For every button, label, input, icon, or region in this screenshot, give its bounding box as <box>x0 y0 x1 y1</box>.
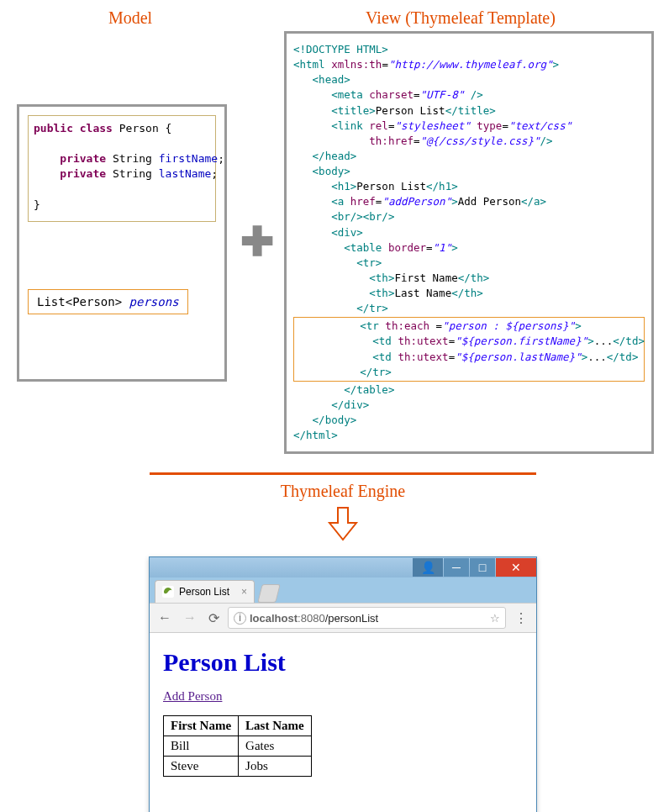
text: String <box>106 167 159 180</box>
t: <tr> <box>356 256 382 269</box>
t: <br/><br/> <box>331 210 394 223</box>
t: /> <box>464 88 483 101</box>
t: href <box>344 195 376 208</box>
t: <body> <box>313 165 350 177</box>
t: First Name <box>394 272 457 284</box>
t: rel <box>363 119 388 132</box>
url-host: localhost:8080 <box>250 612 325 625</box>
new-tab-button[interactable] <box>257 584 280 603</box>
t: > <box>587 335 594 347</box>
t: "1" <box>433 241 452 254</box>
tab-close-icon[interactable]: × <box>241 586 247 598</box>
t: ... <box>594 335 614 347</box>
page-content: Person List Add Person First Name Last N… <box>150 633 536 812</box>
t: <tr <box>360 319 379 332</box>
close-button[interactable]: ✕ <box>496 558 536 577</box>
t: = <box>414 88 420 101</box>
t: "addPerson" <box>382 195 451 208</box>
info-icon: i <box>234 612 246 625</box>
star-icon[interactable]: ☆ <box>490 612 500 625</box>
t: <h1> <box>331 180 356 192</box>
t: </tr> <box>356 302 388 314</box>
template-code: <!DOCTYPE HTML> <html xmlns:th="http://w… <box>293 42 645 443</box>
t: </div> <box>331 398 369 411</box>
separator-line <box>150 472 536 475</box>
label-model: Model <box>17 8 244 28</box>
t: "person : ${persons}" <box>442 319 575 332</box>
t: Last Name <box>394 287 451 299</box>
t: "http://www.thymeleaf.org" <box>388 58 553 71</box>
t: th:href <box>369 134 414 147</box>
t: <head> <box>313 73 350 86</box>
cell-last: Gates <box>239 736 312 757</box>
maximize-button[interactable]: □ <box>470 558 495 577</box>
t: <meta <box>331 88 363 101</box>
table-row: Bill Gates <box>164 736 312 757</box>
t: "UTF-8" <box>420 88 465 101</box>
url-bar: ← → ⟳ i localhost:8080/personList ☆ ⋮ <box>150 603 536 633</box>
url-path: /personList <box>325 612 379 625</box>
boxes-row: public class Person { private String fir… <box>8 28 669 454</box>
kw-public-class: public class <box>34 122 113 134</box>
t: border <box>382 241 426 254</box>
url-input[interactable]: i localhost:8080/personList ☆ <box>228 607 506 629</box>
cell-last: Jobs <box>239 757 312 777</box>
text: } <box>34 198 40 211</box>
minimize-button[interactable]: ─ <box>444 558 469 577</box>
t: :8080 <box>298 612 325 625</box>
user-icon[interactable]: 👤 <box>413 558 443 577</box>
page-title: Person List <box>163 648 523 677</box>
tab-title: Person List <box>179 586 229 598</box>
t: <td <box>372 351 392 363</box>
t: <a <box>331 195 344 208</box>
labels-row: Model View (Thymeleaf Template) <box>8 8 669 28</box>
t: <td <box>372 335 392 347</box>
t: th:utext <box>392 335 449 347</box>
add-person-link[interactable]: Add Person <box>163 689 222 703</box>
reload-button[interactable]: ⟳ <box>205 610 223 626</box>
titlebar: 👤 ─ □ ✕ <box>150 557 536 577</box>
t: </a> <box>521 195 546 208</box>
forward-button[interactable]: → <box>180 610 200 625</box>
t: </title> <box>445 104 496 117</box>
cell-first: Steve <box>164 757 239 777</box>
table-row: Steve Jobs <box>164 757 312 777</box>
t: <html <box>293 58 325 71</box>
t: = <box>382 58 388 71</box>
arrow-down-icon <box>326 506 360 543</box>
menu-button[interactable]: ⋮ <box>511 610 531 626</box>
t: </h1> <box>426 180 458 192</box>
table-header-row: First Name Last Name <box>164 716 312 736</box>
t: type <box>471 119 503 132</box>
template-box: <!DOCTYPE HTML> <html xmlns:th="http://w… <box>284 31 654 454</box>
label-engine: Thymeleaf Engine <box>8 482 669 501</box>
col-last-name: Last Name <box>239 716 312 736</box>
t: </th> <box>451 287 483 299</box>
label-view: View (Thymeleaf Template) <box>244 8 669 28</box>
t: = <box>502 119 508 132</box>
t: Person List <box>376 104 445 117</box>
t: <div> <box>331 226 363 239</box>
text: List<Person> <box>37 295 129 308</box>
t: </td> <box>607 351 639 363</box>
text: ; <box>211 167 218 180</box>
t: Add Person <box>458 195 521 208</box>
favicon-icon <box>162 586 174 598</box>
kw-private: private <box>60 152 106 165</box>
text: String <box>106 152 159 165</box>
list-expression: List<Person> persons <box>28 289 188 314</box>
highlight-box: <tr th:each ="person : ${persons}"> <td … <box>293 317 645 382</box>
t: </head> <box>313 150 357 162</box>
t: <th> <box>369 287 394 299</box>
t: /> <box>540 134 553 147</box>
t: = <box>436 319 443 332</box>
t: "text/css" <box>508 119 572 132</box>
cell-first: Bill <box>164 736 239 757</box>
t: > <box>451 195 458 208</box>
text: Person { <box>113 122 171 134</box>
browser-tab[interactable]: Person List × <box>155 580 255 603</box>
t: > <box>451 241 458 254</box>
browser-window: 👤 ─ □ ✕ Person List × ← → ⟳ i localhost:… <box>149 556 537 812</box>
text: ; <box>218 152 224 165</box>
back-button[interactable]: ← <box>155 610 175 625</box>
